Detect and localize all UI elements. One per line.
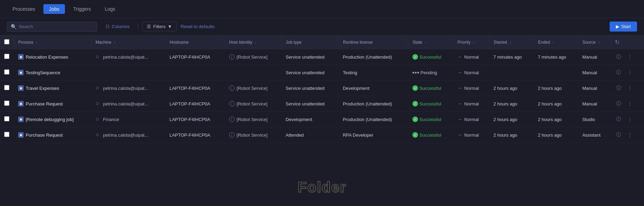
started-text: 2 hours ago [493,132,517,138]
priority-cell: →Normal [453,112,489,127]
info-button[interactable]: ⓘ [614,53,623,61]
ended-cell: 2 hours ago [534,96,578,112]
started-cell: 2 hours ago [489,127,534,143]
start-button[interactable]: ▶ Start [610,22,637,32]
machine-icon: ✩ [95,54,101,60]
header-select-all[interactable] [0,35,14,49]
info-button[interactable]: ⓘ [614,131,623,139]
nav-jobs[interactable]: Jobs [43,4,65,14]
chevron-down-icon: ▼ [168,24,172,29]
filters-button[interactable]: ☰ Filters ▼ [142,22,176,31]
more-options-button[interactable]: ⋮ [626,68,634,77]
runtime-license-text: Testing [343,70,357,75]
host-identity-text: [Robot Service] [237,132,268,138]
more-options-button[interactable]: ⋮ [626,53,634,61]
row-checkbox[interactable] [4,85,9,90]
started-text: 2 hours ago [493,86,517,91]
machine-icon: ✩ [95,85,101,91]
row-checkbox[interactable] [4,101,9,106]
select-all-checkbox[interactable] [4,39,9,44]
more-options-button[interactable]: ⋮ [626,100,634,108]
machine-cell [91,65,165,80]
reset-button[interactable]: Reset to defaults [181,24,215,29]
job-type-text: Service unattended [286,101,325,106]
ended-cell: 2 hours ago [534,112,578,127]
row-checkbox-cell [0,112,14,127]
app-container: Processes Jobs Triggers Logs 🔍 ☷ Columns… [0,0,644,206]
info-button[interactable]: ⓘ [614,68,623,77]
job-type-text: Service unattended [286,70,325,75]
state-cell: ✓Successful [408,96,453,112]
refresh-icon[interactable]: ↻ [615,39,619,45]
search-input[interactable] [19,24,93,29]
host-identity-cell: i[Robot Service] [225,112,282,127]
priority-text: Normal [464,54,479,60]
col-started[interactable]: Started ↕ [489,35,534,49]
col-job-type: Job type [282,35,339,49]
toolbar: 🔍 ☷ Columns ☰ Filters ▼ Reset to default… [0,18,644,35]
priority-text: Normal [464,70,479,75]
col-state[interactable]: State ↕ [408,35,453,49]
row-checkbox-cell [0,127,14,143]
col-priority[interactable]: Priority ↕ [453,35,489,49]
nav-logs[interactable]: Logs [99,4,121,14]
actions-cell: ⓘ ⋮ [610,49,644,65]
process-name-text: Relocation Expenses [26,54,68,60]
table-body: ▣Relocation Expenses✩petrina.calota@uipa… [0,49,644,143]
job-type-cell: Development [282,112,339,127]
table-container: Process ↕ Machine ↕ Hostname Host Identi… [0,35,644,206]
more-options-button[interactable]: ⋮ [626,115,634,123]
priority-cell: →Normal [453,65,489,80]
host-identity-cell: i[Robot Service] [225,49,282,65]
col-source[interactable]: Source ↕ [578,35,610,49]
ended-text: 2 hours ago [538,86,562,91]
ended-text: 2 hours ago [538,117,562,122]
col-machine[interactable]: Machine ↕ [91,35,165,49]
source-text: Manual [582,70,597,75]
columns-button[interactable]: ☷ Columns [101,22,134,31]
info-button[interactable]: ⓘ [614,115,623,123]
col-refresh[interactable]: ↻ [610,35,644,49]
process-icon: ▣ [18,85,24,91]
started-text: 2 hours ago [493,101,517,106]
machine-text: Finance [103,117,119,122]
state-cell: ✓Successful [408,127,453,143]
source-cell: Studio [578,112,610,127]
hostname-cell: LAPTOP-F4IHCP0A [165,49,225,65]
play-icon: ▶ [616,24,619,29]
state-cell: Pending [408,65,453,80]
ended-cell: 2 hours ago [534,127,578,143]
info-button[interactable]: ⓘ [614,84,623,92]
source-cell: Manual [578,65,610,80]
machine-text: petrina.calota@uipat... [103,132,148,138]
col-host-identity[interactable]: Host Identity ↕ [225,35,282,49]
job-type-cell: Service unattended [282,49,339,65]
info-button[interactable]: ⓘ [614,100,623,108]
actions-cell: ⓘ ⋮ [610,96,644,112]
hostname-text: LAPTOP-F4IHCP0A [169,117,210,122]
source-text: Manual [582,54,597,60]
source-text: Manual [582,101,597,106]
more-options-button[interactable]: ⋮ [626,131,634,139]
more-options-button[interactable]: ⋮ [626,84,634,92]
col-process[interactable]: Process ↕ [14,35,91,49]
ended-cell [534,65,578,80]
machine-icon: ✩ [95,101,101,106]
machine-cell: ✩petrina.calota@uipat... [91,49,165,65]
runtime-license-text: Development [343,86,369,91]
search-box[interactable]: 🔍 [7,22,97,32]
nav-triggers[interactable]: Triggers [68,4,97,14]
ended-text: 2 hours ago [538,101,562,106]
process-icon: ▣ [18,70,24,75]
source-cell: Assistant [578,127,610,143]
sort-icon: ↕ [598,41,600,44]
row-checkbox[interactable] [4,132,9,137]
sort-icon: ↕ [473,41,475,44]
row-checkbox[interactable] [4,116,9,121]
nav-processes[interactable]: Processes [7,4,41,14]
machine-cell: ✩Finance [91,112,165,127]
row-checkbox[interactable] [4,54,9,59]
row-checkbox[interactable] [4,69,9,75]
col-ended[interactable]: Ended ↕ [534,35,578,49]
success-icon: ✓ [412,117,418,122]
